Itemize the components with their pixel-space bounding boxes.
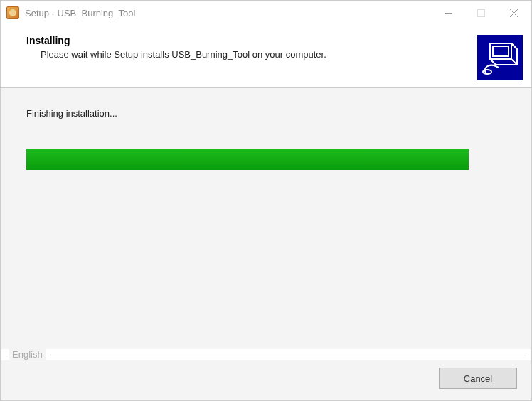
progress-fill [26, 149, 469, 170]
footer: Cancel [1, 360, 531, 400]
header-text: Installing Please wait while Setup insta… [26, 35, 470, 60]
content-area: Finishing installation... [1, 88, 531, 349]
installer-window: Setup - USB_Burning_Tool Installing Plea… [0, 0, 532, 401]
language-label: English [9, 349, 46, 360]
header-title: Installing [26, 35, 470, 46]
footer-wrap: English Cancel [1, 349, 531, 400]
svg-rect-4 [493, 46, 509, 56]
maximize-icon [477, 9, 485, 17]
window-title: Setup - USB_Burning_Tool [25, 8, 432, 18]
titlebar: Setup - USB_Burning_Tool [1, 1, 531, 25]
close-button[interactable] [497, 2, 530, 23]
close-icon [510, 9, 518, 17]
minimize-button[interactable] [432, 2, 464, 23]
maximize-button [464, 2, 497, 23]
language-row: English [6, 349, 526, 360]
header: Installing Please wait while Setup insta… [1, 25, 531, 87]
cancel-button[interactable]: Cancel [439, 368, 517, 389]
header-subtitle: Please wait while Setup installs USB_Bur… [41, 49, 470, 60]
installer-computer-icon [477, 35, 523, 80]
svg-point-5 [483, 70, 491, 74]
status-text: Finishing installation... [26, 108, 506, 119]
app-icon [6, 6, 19, 19]
minimize-icon [445, 9, 452, 17]
progress-bar [26, 149, 469, 170]
svg-rect-1 [477, 9, 484, 16]
window-controls [432, 2, 530, 23]
